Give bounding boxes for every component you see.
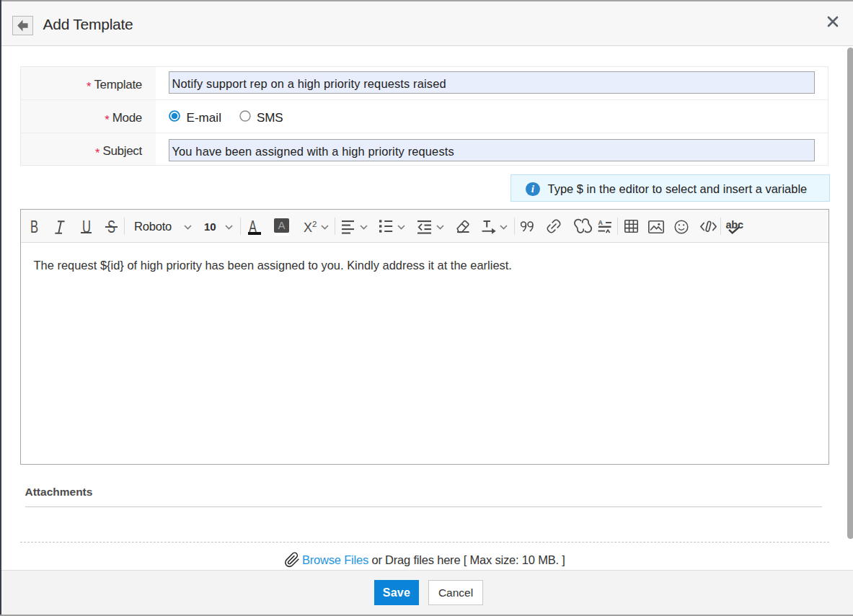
svg-text:A: A [598,219,603,226]
